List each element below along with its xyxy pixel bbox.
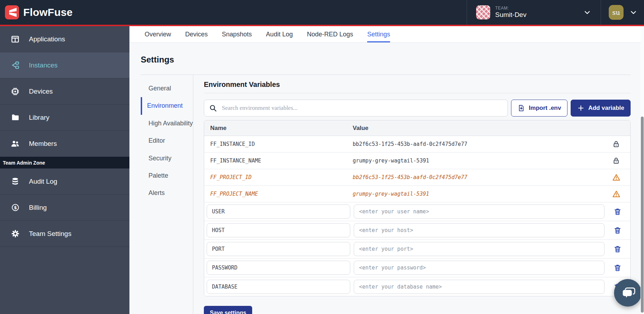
- trash-icon[interactable]: [613, 207, 622, 216]
- sidebar-item-audit-log[interactable]: Audit Log: [0, 168, 129, 195]
- sidebar-item-instances[interactable]: Instances: [0, 52, 129, 78]
- top-bar-right: TEAM: Sumit-Dev su: [467, 0, 644, 25]
- sidebar-admin-items: Audit Log$BillingTeam Settings: [0, 168, 129, 247]
- sidebar-item-label: Devices: [29, 88, 53, 95]
- lock-icon: [612, 156, 620, 165]
- env-name: FF_PROJECT_ID: [204, 174, 353, 180]
- column-header-value: Value: [353, 125, 602, 132]
- search-wrap: [204, 100, 508, 117]
- library-icon: [11, 113, 20, 122]
- scrollbar-thumb[interactable]: [641, 117, 644, 313]
- sidebar-item-devices[interactable]: Devices: [0, 78, 129, 105]
- env-name: FF_PROJECT_NAME: [204, 191, 353, 197]
- save-settings-button[interactable]: Save settings: [204, 306, 252, 314]
- team-text: TEAM: Sumit-Dev: [495, 6, 527, 19]
- tab-snapshots[interactable]: Snapshots: [222, 26, 252, 42]
- env-row-port: [204, 240, 630, 259]
- tab-devices[interactable]: Devices: [185, 26, 208, 42]
- settings-nav-general[interactable]: General: [141, 80, 193, 97]
- env-name-input[interactable]: [207, 242, 350, 256]
- team-name: Sumit-Dev: [495, 11, 527, 19]
- chat-widget-button[interactable]: [614, 279, 642, 307]
- sidebar-item-members[interactable]: Members: [0, 131, 129, 157]
- applications-icon: [11, 35, 20, 44]
- env-row-password: [204, 259, 630, 277]
- env-name-input[interactable]: [207, 280, 350, 294]
- env-row-status: [602, 156, 630, 165]
- sidebar-nav: ApplicationsInstancesDevicesLibraryMembe…: [0, 26, 129, 314]
- env-value-input[interactable]: [354, 223, 604, 237]
- sidebar-item-label: Library: [29, 114, 49, 122]
- env-name-input[interactable]: [207, 223, 350, 237]
- env-name: FF_INSTANCE_ID: [204, 141, 353, 147]
- env-heading: Environment Variables: [204, 81, 631, 93]
- document-download-icon: [517, 104, 525, 112]
- settings-nav-palette[interactable]: Palette: [141, 167, 193, 184]
- settings-nav-environment[interactable]: Environment: [141, 97, 193, 114]
- env-value-input[interactable]: [354, 205, 604, 219]
- tab-audit-log[interactable]: Audit Log: [266, 26, 293, 42]
- search-input[interactable]: [204, 100, 508, 117]
- brand-name: FlowFuse: [23, 6, 73, 18]
- sidebar-item-billing[interactable]: $Billing: [0, 195, 129, 221]
- members-icon: [11, 139, 20, 148]
- search-icon: [209, 104, 217, 112]
- plus-icon: [577, 104, 585, 112]
- env-name-input[interactable]: [207, 261, 350, 275]
- settings-nav-alerts[interactable]: Alerts: [141, 184, 193, 202]
- env-row-status: [602, 140, 630, 148]
- tab-settings[interactable]: Settings: [367, 26, 390, 42]
- flowfuse-app: FlowFuse TEAM: Sumit-Dev su: [0, 0, 644, 314]
- column-header-name: Name: [204, 125, 353, 132]
- env-value-input[interactable]: [354, 261, 604, 275]
- brand[interactable]: FlowFuse: [0, 5, 73, 19]
- chevron-down-icon: [629, 8, 638, 17]
- audit-log-icon: [11, 177, 20, 186]
- svg-text:$: $: [14, 205, 17, 210]
- user-avatar: su: [609, 5, 624, 20]
- env-value-input[interactable]: [354, 242, 604, 256]
- trash-icon[interactable]: [613, 245, 622, 253]
- import-env-button[interactable]: Import .env: [511, 100, 567, 117]
- main-area: OverviewDevicesSnapshotsAudit LogNode-RE…: [129, 26, 644, 314]
- instance-tabs: OverviewDevicesSnapshotsAudit LogNode-RE…: [129, 26, 644, 43]
- tab-node-red-logs[interactable]: Node-RED Logs: [307, 26, 353, 42]
- chat-icon: [620, 285, 636, 301]
- warning-icon: [612, 190, 621, 199]
- lock-icon: [612, 140, 620, 148]
- env-row-user: [204, 202, 630, 221]
- page-title: Settings: [141, 55, 631, 65]
- settings-nav-editor[interactable]: Editor: [141, 132, 193, 149]
- settings-nav-security[interactable]: Security: [141, 150, 193, 167]
- add-variable-label: Add variable: [588, 105, 624, 112]
- team-selector[interactable]: TEAM: Sumit-Dev: [467, 0, 601, 25]
- sidebar-item-label: Members: [29, 140, 57, 148]
- env-row-actions: [604, 245, 630, 253]
- flowfuse-logo-icon: [5, 5, 19, 19]
- sidebar-item-label: Audit Log: [29, 178, 57, 185]
- env-row-database: [204, 277, 630, 296]
- env-name-input[interactable]: [207, 205, 350, 219]
- instances-icon: [11, 60, 20, 70]
- sidebar-item-applications[interactable]: Applications: [0, 26, 129, 52]
- billing-icon: $: [11, 203, 20, 212]
- env-row-status: [602, 190, 630, 199]
- page-scrollbar: [640, 26, 644, 314]
- tab-overview[interactable]: Overview: [145, 26, 171, 42]
- top-bar: FlowFuse TEAM: Sumit-Dev su: [0, 0, 644, 25]
- env-value-input[interactable]: [354, 280, 604, 294]
- trash-icon[interactable]: [613, 226, 622, 235]
- add-variable-button[interactable]: Add variable: [571, 100, 631, 117]
- sidebar-item-team-settings[interactable]: Team Settings: [0, 221, 129, 247]
- env-row-ff-project-name: FF_PROJECT_NAMEgrumpy-grey-wagtail-5391: [204, 186, 630, 202]
- sidebar-item-label: Instances: [29, 61, 57, 69]
- settings-nav-high-availability[interactable]: High Availability: [141, 115, 193, 132]
- env-table-body: FF_INSTANCE_IDbb2f6c53-1f25-453b-aafd-0c…: [204, 136, 630, 296]
- sidebar-item-library[interactable]: Library: [0, 105, 129, 131]
- sidebar-main-items: ApplicationsInstancesDevicesLibraryMembe…: [0, 26, 129, 157]
- env-row-ff-project-id: FF_PROJECT_IDbb2f6c53-1f25-453b-aafd-0c2…: [204, 169, 630, 186]
- env-controls: Import .env Add variable: [204, 100, 631, 117]
- user-menu[interactable]: su: [601, 0, 644, 25]
- env-table-header: Name Value: [204, 120, 630, 136]
- trash-icon[interactable]: [613, 263, 622, 272]
